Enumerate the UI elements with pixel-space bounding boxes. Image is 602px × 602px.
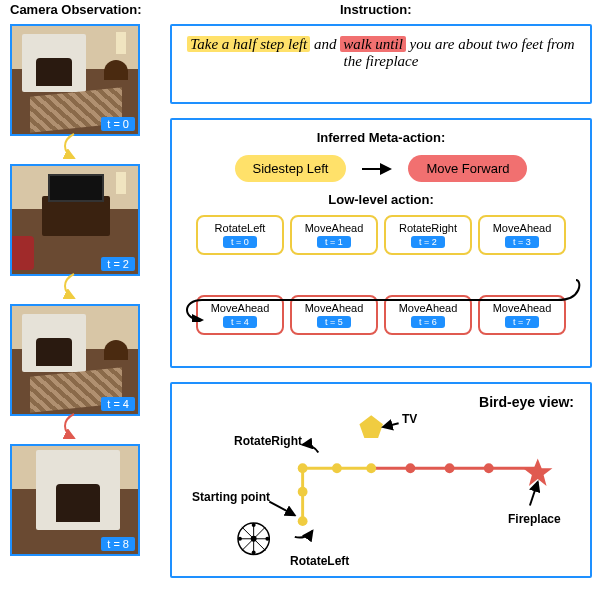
pentagon-icon <box>359 415 383 438</box>
camera-frame-8: t = 8 <box>10 444 140 556</box>
instruction-hl-red: walk until <box>340 36 406 52</box>
birdeye-panel: Bird-eye view: <box>170 382 592 578</box>
svg-line-13 <box>530 482 538 506</box>
svg-point-6 <box>298 463 308 473</box>
birdeye-diagram <box>172 384 590 576</box>
svg-point-7 <box>332 463 342 473</box>
svg-point-5 <box>298 487 308 497</box>
birdeye-title: Bird-eye view: <box>479 394 574 410</box>
label-rotate-left: RotateLeft <box>290 554 349 568</box>
svg-point-10 <box>445 463 455 473</box>
lo-move-ahead: MoveAheadt = 1 <box>290 215 378 255</box>
lo-rotate-right: RotateRightt = 2 <box>384 215 472 255</box>
lo-move-ahead: MoveAheadt = 3 <box>478 215 566 255</box>
svg-point-4 <box>298 516 308 526</box>
meta-title: Inferred Meta-action: <box>180 130 582 145</box>
robot-icon <box>238 523 269 554</box>
label-starting-point: Starting point <box>192 490 270 504</box>
frame-arrow-0-2 <box>58 132 90 160</box>
instruction-panel: Take a half step left and walk until you… <box>170 24 592 104</box>
low-level-row-1: RotateLeftt = 0 MoveAheadt = 1 RotateRig… <box>180 215 582 255</box>
svg-point-22 <box>265 537 269 541</box>
svg-point-9 <box>405 463 415 473</box>
camera-frame-4: t = 4 <box>10 304 140 416</box>
svg-line-12 <box>383 423 399 427</box>
instruction-text: and <box>310 36 340 52</box>
meta-panel: Inferred Meta-action: Sidestep Left Move… <box>170 118 592 368</box>
arrow-right-icon <box>360 162 394 176</box>
svg-point-8 <box>366 463 376 473</box>
time-badge: t = 0 <box>101 117 135 131</box>
time-badge: t = 2 <box>101 257 135 271</box>
camera-frame-2: t = 2 <box>10 164 140 276</box>
instruction-header: Instruction: <box>340 2 412 17</box>
svg-point-11 <box>484 463 494 473</box>
time-badge: t = 4 <box>101 397 135 411</box>
svg-point-24 <box>252 551 256 555</box>
svg-point-21 <box>252 523 256 527</box>
wrap-arrow <box>178 278 582 322</box>
svg-point-23 <box>238 537 242 541</box>
meta-pill-forward: Move Forward <box>408 155 527 182</box>
camera-frame-0: t = 0 <box>10 24 140 136</box>
frame-arrow-2-4 <box>58 272 90 300</box>
label-rotate-right: RotateRight <box>234 434 302 448</box>
svg-line-14 <box>269 502 294 516</box>
lo-rotate-left: RotateLeftt = 0 <box>196 215 284 255</box>
label-tv: TV <box>402 412 417 426</box>
low-level-title: Low-level action: <box>180 192 582 207</box>
instruction-hl-yellow: Take a half step left <box>187 36 310 52</box>
meta-pill-sidestep: Sidestep Left <box>235 155 347 182</box>
camera-header: Camera Observation: <box>10 2 142 17</box>
frame-arrow-4-8 <box>58 412 90 440</box>
time-badge: t = 8 <box>101 537 135 551</box>
camera-column: t = 0 t = 2 t = 4 t = 8 <box>10 24 150 584</box>
label-fireplace: Fireplace <box>508 512 561 526</box>
star-icon <box>523 458 552 485</box>
